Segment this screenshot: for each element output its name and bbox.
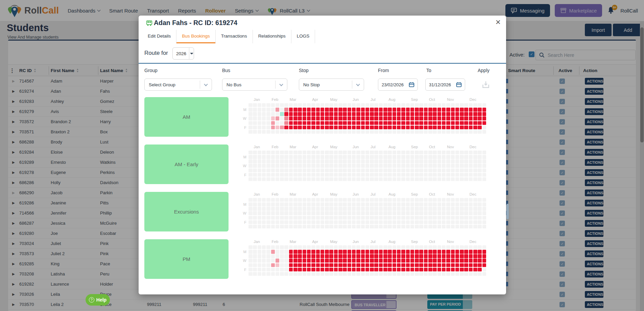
booking-cell [258, 225, 262, 228]
modal-scrollbar[interactable] [506, 204, 509, 219]
booking-cell [401, 220, 405, 224]
booking-cell [293, 250, 297, 253]
booking-cell [271, 112, 275, 116]
booking-cell [482, 103, 486, 107]
tab-edit-details[interactable]: Edit Details [142, 30, 176, 43]
month-label: Jun [353, 240, 359, 244]
booking-cell [248, 198, 253, 202]
group-select[interactable]: Select Group [144, 79, 212, 91]
tab-logs[interactable]: LOGS [291, 30, 315, 43]
booking-cell [298, 108, 302, 111]
booking-cell [320, 155, 325, 159]
booking-cell [433, 225, 437, 228]
year-select[interactable]: 2026 [172, 47, 194, 60]
booking-cell [374, 202, 378, 206]
booking-cell [424, 155, 428, 159]
booking-cell [469, 121, 473, 125]
booking-cell [338, 116, 342, 120]
booking-cell [276, 198, 280, 202]
booking-cell [280, 272, 284, 276]
booking-cell [361, 130, 365, 134]
booking-cell [284, 164, 288, 168]
booking-cell [383, 112, 387, 116]
booking-cell [401, 151, 405, 154]
booking-cell [446, 250, 450, 253]
booking-cell [374, 164, 378, 168]
bus-select[interactable]: No Bus [222, 79, 287, 91]
booking-cell [307, 268, 311, 271]
booking-cell [303, 164, 307, 168]
booking-cell [397, 250, 401, 253]
booking-cell [446, 216, 450, 220]
booking-cell [361, 159, 365, 163]
booking-cell [253, 155, 257, 159]
booking-cell [410, 130, 414, 134]
booking-cell [424, 103, 428, 107]
booking-cell [303, 169, 307, 172]
booking-cell [316, 268, 320, 271]
help-button[interactable]: ? Help [86, 294, 110, 306]
booking-cell [253, 116, 257, 120]
booking-cell [248, 151, 253, 154]
close-icon[interactable]: × [496, 18, 501, 26]
booking-cell [307, 121, 311, 125]
tab-transactions[interactable]: Transactions [216, 30, 253, 43]
booking-cell [464, 164, 468, 168]
booking-cell [415, 207, 419, 210]
booking-cell [325, 151, 329, 154]
booking-cell [410, 169, 414, 172]
booking-heatmap[interactable]: JanFebMarAprMayJunJulAugSepOctNovDecMWF [241, 97, 493, 137]
booking-cell [361, 121, 365, 125]
booking-heatmap[interactable]: JanFebMarAprMayJunJulAugSepOctNovDecMWF [241, 192, 493, 231]
booking-cell [469, 169, 473, 172]
booking-cell [446, 225, 450, 228]
booking-cell [253, 177, 257, 181]
from-date-input[interactable]: 23/02/2026 [378, 79, 418, 91]
group-label-block[interactable]: PM [144, 239, 229, 279]
booking-cell [311, 259, 315, 262]
booking-cell [415, 121, 419, 125]
booking-cell [437, 202, 442, 206]
group-label-block[interactable]: Excursions [144, 192, 229, 231]
booking-cell [343, 155, 347, 159]
booking-cell [365, 225, 369, 228]
booking-cell [478, 245, 482, 249]
day-label: F [241, 268, 246, 272]
booking-cell [334, 272, 338, 276]
booking-cell [329, 198, 333, 202]
booking-cell [258, 173, 262, 177]
group-label-block[interactable]: AM [144, 97, 229, 137]
booking-cell [293, 159, 297, 163]
booking-cell [379, 103, 383, 107]
booking-cell [406, 108, 410, 111]
booking-cell [478, 250, 482, 253]
booking-cell [473, 151, 477, 154]
booking-cell [334, 216, 338, 220]
booking-cell [253, 108, 257, 111]
tab-relationships[interactable]: Relationships [253, 30, 291, 43]
booking-cell [298, 245, 302, 249]
booking-cell [303, 220, 307, 224]
month-label: Jan [254, 145, 260, 149]
to-date-input[interactable]: 31/12/2026 [425, 79, 465, 91]
booking-cell [379, 169, 383, 172]
month-label: May [330, 145, 337, 149]
booking-cell [289, 173, 293, 177]
booking-cell [365, 272, 369, 276]
tab-bus-bookings[interactable]: Bus Bookings [176, 30, 216, 43]
booking-cell [464, 130, 468, 134]
group-label-block[interactable]: AM - Early [144, 145, 229, 184]
booking-cell [451, 220, 455, 224]
booking-cell [460, 177, 464, 181]
booking-cell [325, 173, 329, 177]
apply-button[interactable] [479, 80, 489, 90]
stop-select[interactable]: No Stop [299, 79, 364, 91]
booking-cell [379, 198, 383, 202]
booking-cell [262, 126, 266, 129]
booking-cell [280, 259, 284, 262]
booking-cell [311, 126, 315, 129]
booking-cell [311, 116, 315, 120]
booking-cell [451, 207, 455, 210]
booking-heatmap[interactable]: JanFebMarAprMayJunJulAugSepOctNovDecMWF [241, 145, 493, 184]
booking-heatmap[interactable]: JanFebMarAprMayJunJulAugSepOctNovDecMWF [241, 239, 493, 279]
